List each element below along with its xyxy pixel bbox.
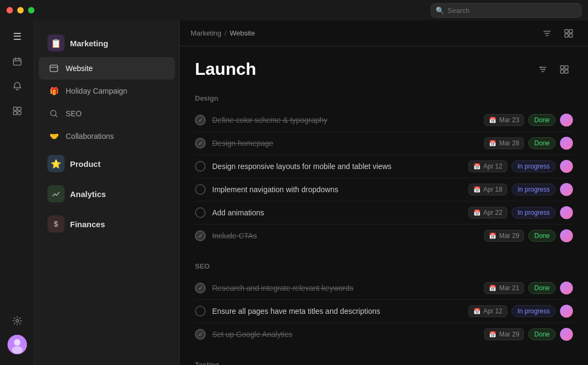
svg-rect-9 [50,65,58,72]
task-name: Ensure all pages have meta titles and de… [212,307,462,315]
nav-section-product-header[interactable]: ⭐ Product [39,150,175,178]
task-meta: 📅 Mar 21 Done [484,282,573,294]
task-checkbox[interactable] [195,184,206,195]
nav-section-marketing: 📋 Marketing Website 🎁 Holiday Campaign [34,29,179,148]
svg-point-5 [16,320,18,322]
section-seo: SEO Research and integrate relevant keyw… [195,262,573,346]
task-date: 📅 Mar 28 [484,137,524,149]
filter-icon-button[interactable] [534,61,551,78]
sidebar-icon-calendar[interactable] [6,51,28,72]
status-badge: In progress [512,207,556,219]
app-body: ☰ [0,20,588,365]
calendar-icon: 📅 [489,140,496,147]
sidebar-bottom [6,310,28,360]
nav-section-analytics-header[interactable]: Analytics [39,180,175,208]
task-checkbox[interactable] [195,306,206,317]
nav-sidebar: 📋 Marketing Website 🎁 Holiday Campaign [34,20,180,365]
minimize-button[interactable] [17,7,24,13]
task-name: Define color scheme & typography [212,116,478,124]
breadcrumb-current: Website [230,29,255,37]
nav-item-collaborations[interactable]: 🤝 Collaborations [39,125,175,148]
svg-point-8 [12,346,23,354]
user-avatar[interactable] [8,335,27,354]
collaborations-icon: 🤝 [47,130,60,143]
task-avatar [560,282,573,294]
page-title: Launch [195,59,256,79]
status-badge: In progress [512,160,556,172]
svg-rect-17 [561,66,564,69]
task-name: Set up Google Analytics [212,330,478,339]
nav-section-product: ⭐ Product [34,150,179,178]
task-date: 📅 Apr 12 [468,305,507,317]
sidebar-icon-bell[interactable] [6,75,28,97]
maximize-button[interactable] [28,7,34,13]
svg-rect-3 [13,111,17,115]
task-date: 📅 Mar 21 [484,282,524,294]
svg-rect-2 [18,107,21,110]
task-checkbox[interactable] [195,230,206,241]
search-input[interactable] [431,3,582,18]
task-avatar [560,305,573,318]
status-badge: Done [528,137,556,149]
section-testing-label: Testing [195,361,573,365]
task-checkbox[interactable] [195,207,206,218]
task-checkbox[interactable] [195,115,206,125]
nav-item-seo[interactable]: SEO [39,102,175,125]
nav-section-finances-header[interactable]: $ Finances [39,210,175,238]
nav-section-marketing-header[interactable]: 📋 Marketing [39,29,175,57]
website-label: Website [66,64,93,73]
nav-section-analytics: Analytics [34,180,179,208]
svg-rect-20 [565,70,568,73]
collaborations-label: Collaborations [66,132,114,141]
task-avatar [560,160,573,173]
svg-rect-4 [18,111,21,115]
nav-section-finances: $ Finances [34,210,179,238]
task-meta: 📅 Mar 29 Done [484,328,573,341]
task-name: Design homepage [212,139,478,148]
task-date: 📅 Apr 18 [468,184,507,195]
task-checkbox[interactable] [195,138,206,149]
sidebar-icon-list[interactable]: ☰ [6,26,28,47]
analytics-icon [47,185,65,202]
task-meta: 📅 Mar 23 Done [484,114,573,127]
icon-sidebar: ☰ [0,20,34,365]
sidebar-icon-puzzle[interactable] [6,100,28,122]
nav-item-holiday-campaign[interactable]: 🎁 Holiday Campaign [39,80,175,102]
main-content: Marketing / Website [180,20,588,365]
task-name: Add animations [212,208,462,217]
task-avatar [560,328,573,341]
analytics-label: Analytics [70,189,106,199]
close-button[interactable] [6,7,13,13]
nav-item-website[interactable]: Website [39,57,175,80]
filter-button[interactable] [538,25,556,42]
breadcrumb-separator: / [225,29,227,37]
header-actions [538,25,577,42]
task-checkbox[interactable] [195,161,206,172]
task-checkbox[interactable] [195,283,206,293]
task-checkbox[interactable] [195,329,206,340]
product-label: Product [70,159,101,169]
task-name: Implement navigation with dropdowns [212,185,462,194]
calendar-icon: 📅 [489,331,496,338]
marketing-sub-items: Website 🎁 Holiday Campaign SEO [34,57,179,148]
calendar-icon: 📅 [473,163,481,170]
sidebar-icon-settings[interactable] [6,310,28,332]
layout-button[interactable] [560,25,577,42]
svg-rect-13 [565,34,568,37]
marketing-icon: 📋 [47,34,65,52]
content-header: Marketing / Website [180,20,588,46]
task-meta: 📅 Apr 18 In progress [468,183,573,196]
task-name: Include CTAs [212,231,478,240]
task-meta: 📅 Mar 29 Done [484,229,573,242]
svg-rect-0 [13,59,21,65]
seo-icon [47,107,60,120]
task-avatar [560,229,573,242]
calendar-icon: 📅 [489,117,496,124]
task-item: Ensure all pages have meta titles and de… [195,300,573,323]
svg-rect-12 [569,30,572,33]
svg-rect-18 [565,66,568,69]
calendar-icon: 📅 [473,186,481,193]
status-badge: Done [528,230,556,242]
task-name: Design responsive layouts for mobile and… [212,162,462,171]
grid-icon-button[interactable] [556,61,573,78]
